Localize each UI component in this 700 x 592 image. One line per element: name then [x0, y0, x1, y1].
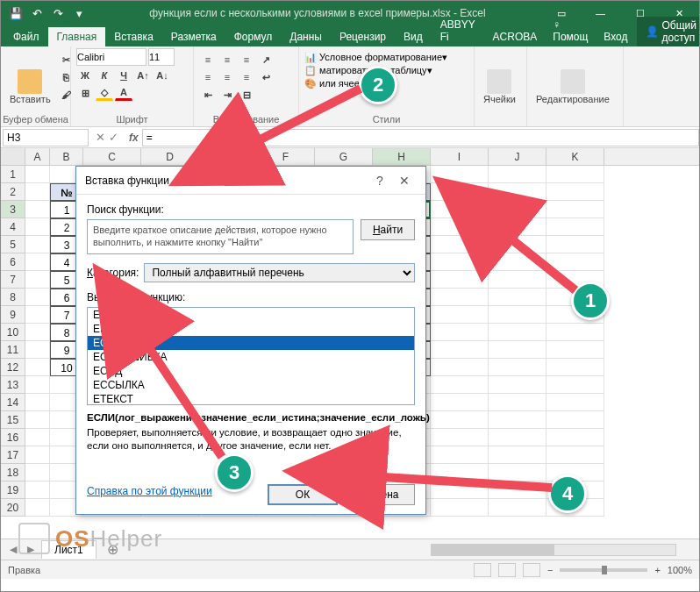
tab-acrobat[interactable]: ACROBA [484, 27, 546, 46]
row-header-9[interactable]: 9 [1, 306, 25, 324]
cell-A20[interactable] [25, 499, 50, 517]
row-header-12[interactable]: 12 [1, 359, 25, 376]
function-item[interactable]: ЕПУСТО [88, 322, 414, 336]
italic-button[interactable]: К [96, 68, 113, 83]
function-item[interactable]: ЕСЛИ [88, 336, 414, 350]
cell-J2[interactable] [489, 183, 546, 201]
function-item[interactable]: ЕСЛИОШИБКА [88, 350, 414, 364]
cell-A16[interactable] [25, 429, 50, 446]
tab-insert[interactable]: Вставка [105, 27, 162, 46]
tab-abbyy[interactable]: ABBYY Fi [432, 15, 484, 46]
tell-me[interactable]: ♀ Помощ [546, 15, 595, 46]
indent-dec-icon[interactable]: ⇤ [199, 87, 217, 103]
cell-A11[interactable] [25, 341, 50, 359]
row-header-8[interactable]: 8 [1, 289, 25, 306]
cell-A2[interactable] [25, 183, 50, 201]
tab-data[interactable]: Данны [281, 27, 331, 46]
cell-A14[interactable] [25, 394, 50, 411]
find-button[interactable]: Найти [361, 219, 415, 240]
cell-J6[interactable] [489, 253, 546, 271]
function-item[interactable]: ЕСНД [88, 364, 414, 378]
col-header-I[interactable]: I [431, 148, 489, 165]
borders-icon[interactable]: ⊞ [76, 85, 94, 101]
search-input[interactable]: Введите краткое описание действия, котор… [87, 219, 354, 254]
cell-A12[interactable] [25, 359, 50, 376]
tab-layout[interactable]: Разметка [162, 27, 225, 46]
category-select[interactable]: Полный алфавитный перечень [144, 263, 415, 282]
cell-A8[interactable] [25, 289, 50, 306]
cell-K3[interactable] [546, 201, 604, 218]
cancel-button[interactable]: Отмена [345, 484, 415, 505]
cell-A5[interactable] [25, 236, 50, 253]
function-item[interactable]: ЕОШИБКА [88, 308, 414, 322]
cell-A13[interactable] [25, 376, 50, 394]
zoom-out-icon[interactable]: − [547, 565, 553, 575]
cell-I9[interactable] [431, 306, 489, 324]
cell-A17[interactable] [25, 446, 50, 464]
paste-button[interactable]: Вставить [6, 48, 54, 125]
cell-J1[interactable] [489, 166, 546, 183]
row-header-20[interactable]: 20 [1, 499, 25, 517]
cell-I13[interactable] [431, 376, 489, 394]
row-header-6[interactable]: 6 [1, 253, 25, 271]
cell-J19[interactable] [489, 481, 546, 499]
cell-A18[interactable] [25, 464, 50, 481]
bold-button[interactable]: Ж [76, 68, 94, 83]
tab-view[interactable]: Вид [395, 27, 432, 46]
cell-J18[interactable] [489, 464, 546, 481]
indent-inc-icon[interactable]: ⇥ [218, 87, 236, 103]
align-bot-icon[interactable]: ≡ [238, 52, 255, 68]
cell-K11[interactable] [546, 341, 604, 359]
cell-I17[interactable] [431, 446, 489, 464]
function-item[interactable]: ЕТЕКСТ [88, 392, 414, 405]
cell-I16[interactable] [431, 429, 489, 446]
function-list[interactable]: ЕОШИБКАЕПУСТОЕСЛИЕСЛИОШИБКАЕСНДЕССЫЛКАЕТ… [87, 307, 415, 405]
align-center-icon[interactable]: ≡ [218, 69, 236, 85]
view-normal-icon[interactable] [474, 563, 491, 577]
cell-J10[interactable] [489, 324, 546, 341]
zoom-slider[interactable] [560, 568, 647, 572]
cell-I2[interactable] [431, 183, 489, 201]
orient-icon[interactable]: ↗ [257, 52, 275, 68]
view-page-break-icon[interactable] [523, 563, 540, 577]
horizontal-scrollbar[interactable] [129, 544, 694, 556]
qat-dropdown-icon[interactable]: ▾ [69, 4, 89, 23]
cell-K6[interactable] [546, 253, 604, 271]
cell-K17[interactable] [546, 446, 604, 464]
cell-K2[interactable] [546, 183, 604, 201]
select-all-corner[interactable] [1, 148, 25, 165]
cell-A6[interactable] [25, 253, 50, 271]
formula-bar[interactable]: = [142, 129, 699, 146]
row-header-5[interactable]: 5 [1, 236, 25, 253]
cell-A3[interactable] [25, 201, 50, 218]
align-right-icon[interactable]: ≡ [238, 69, 255, 85]
cell-I3[interactable] [431, 201, 489, 218]
help-link[interactable]: Справка по этой функции [87, 485, 212, 497]
col-header-J[interactable]: J [489, 148, 546, 165]
row-header-4[interactable]: 4 [1, 218, 25, 236]
tab-formulas[interactable]: Формул [225, 27, 282, 46]
cell-J3[interactable] [489, 201, 546, 218]
dialog-help-icon[interactable]: ? [368, 174, 392, 188]
cell-J4[interactable] [489, 218, 546, 236]
cell-A1[interactable] [25, 166, 50, 183]
col-header-K[interactable]: K [546, 148, 604, 165]
cell-K12[interactable] [546, 359, 604, 376]
grow-font-icon[interactable]: A↑ [134, 68, 152, 83]
row-header-3[interactable]: 3 [1, 201, 25, 218]
tab-file[interactable]: Файл [4, 27, 48, 46]
underline-button[interactable]: Ч [115, 68, 132, 83]
name-box[interactable]: H3 [3, 129, 89, 146]
cells-button[interactable]: Ячейки [480, 48, 519, 125]
cell-J16[interactable] [489, 429, 546, 446]
row-header-15[interactable]: 15 [1, 411, 25, 429]
cell-I10[interactable] [431, 324, 489, 341]
cell-J9[interactable] [489, 306, 546, 324]
save-icon[interactable]: 💾 [6, 4, 25, 23]
zoom-level[interactable]: 100% [668, 565, 692, 575]
cell-J7[interactable] [489, 271, 546, 289]
cell-J20[interactable] [489, 499, 546, 517]
fx-icon[interactable]: fx [125, 132, 142, 144]
cell-K13[interactable] [546, 376, 604, 394]
enter-formula-icon[interactable]: ✓ [109, 131, 118, 144]
